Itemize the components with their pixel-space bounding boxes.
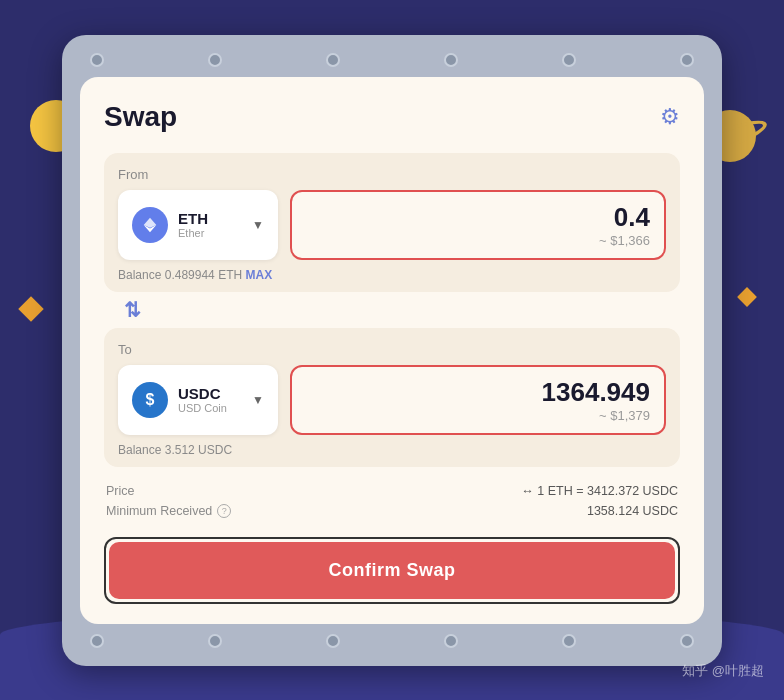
from-token-symbol: ETH bbox=[178, 210, 242, 227]
panel-circle bbox=[208, 53, 222, 67]
swap-direction-arrow: ⇅ bbox=[104, 298, 680, 322]
info-rows: Price ↔ 1 ETH = 3412.372 USDC Minimum Re… bbox=[104, 481, 680, 521]
panel-bottom-circles bbox=[80, 634, 704, 648]
swap-card: Swap ⚙ From ETH Ether bbox=[80, 77, 704, 624]
from-token-row: ETH Ether ▼ 0.4 ~ $1,366 bbox=[118, 190, 666, 260]
price-value: ↔ 1 ETH = 3412.372 USDC bbox=[521, 484, 678, 498]
page-title: Swap bbox=[104, 101, 177, 133]
swap-panel: Swap ⚙ From ETH Ether bbox=[62, 35, 722, 666]
panel-circle bbox=[208, 634, 222, 648]
min-received-label: Minimum Received ? bbox=[106, 504, 231, 518]
from-token-name: Ether bbox=[178, 227, 242, 239]
min-received-value: 1358.124 USDC bbox=[587, 504, 678, 518]
from-section: From ETH Ether ▼ 0.4 bbox=[104, 153, 680, 292]
info-icon[interactable]: ? bbox=[217, 504, 231, 518]
from-chevron-icon: ▼ bbox=[252, 218, 264, 232]
settings-icon[interactable]: ⚙ bbox=[660, 104, 680, 130]
panel-circle bbox=[326, 53, 340, 67]
to-section: To $ USDC USD Coin ▼ 1364.949 ~ $1,379 bbox=[104, 328, 680, 467]
to-amount-value: 1364.949 bbox=[542, 377, 650, 408]
to-token-selector[interactable]: $ USDC USD Coin ▼ bbox=[118, 365, 278, 435]
panel-circle bbox=[326, 634, 340, 648]
to-balance-row: Balance 3.512 USDC bbox=[118, 443, 666, 457]
from-balance-label: Balance bbox=[118, 268, 161, 282]
to-token-info: USDC USD Coin bbox=[178, 385, 242, 414]
from-amount-value: 0.4 bbox=[614, 202, 650, 233]
confirm-button-wrapper: Confirm Swap bbox=[104, 537, 680, 604]
to-label: To bbox=[118, 342, 666, 357]
panel-circle bbox=[680, 53, 694, 67]
to-balance-unit: USDC bbox=[198, 443, 232, 457]
from-balance-unit: ETH bbox=[218, 268, 242, 282]
panel-circle bbox=[444, 53, 458, 67]
panel-top-circles bbox=[80, 53, 704, 67]
to-chevron-icon: ▼ bbox=[252, 393, 264, 407]
price-label: Price bbox=[106, 484, 134, 498]
diamond-right-decoration bbox=[737, 287, 757, 307]
from-amount-usd: ~ $1,366 bbox=[599, 233, 650, 248]
to-balance-value: 3.512 bbox=[165, 443, 195, 457]
from-token-selector[interactable]: ETH Ether ▼ bbox=[118, 190, 278, 260]
diamond-left-decoration bbox=[18, 296, 43, 321]
to-token-name: USD Coin bbox=[178, 402, 242, 414]
from-label: From bbox=[118, 167, 666, 182]
usdc-icon: $ bbox=[132, 382, 168, 418]
panel-circle bbox=[680, 634, 694, 648]
panel-circle bbox=[562, 634, 576, 648]
from-balance-value: 0.489944 bbox=[165, 268, 215, 282]
panel-circle bbox=[444, 634, 458, 648]
to-token-symbol: USDC bbox=[178, 385, 242, 402]
to-amount-box[interactable]: 1364.949 ~ $1,379 bbox=[290, 365, 666, 435]
confirm-swap-button[interactable]: Confirm Swap bbox=[109, 542, 675, 599]
panel-circle bbox=[90, 634, 104, 648]
to-token-row: $ USDC USD Coin ▼ 1364.949 ~ $1,379 bbox=[118, 365, 666, 435]
price-row: Price ↔ 1 ETH = 3412.372 USDC bbox=[106, 481, 678, 501]
watermark: 知乎 @叶胜超 bbox=[682, 662, 764, 680]
panel-circle bbox=[562, 53, 576, 67]
max-button[interactable]: MAX bbox=[245, 268, 272, 282]
to-balance-label: Balance bbox=[118, 443, 161, 457]
panel-circle bbox=[90, 53, 104, 67]
from-token-info: ETH Ether bbox=[178, 210, 242, 239]
from-amount-box[interactable]: 0.4 ~ $1,366 bbox=[290, 190, 666, 260]
min-received-row: Minimum Received ? 1358.124 USDC bbox=[106, 501, 678, 521]
eth-icon bbox=[132, 207, 168, 243]
to-amount-usd: ~ $1,379 bbox=[599, 408, 650, 423]
card-header: Swap ⚙ bbox=[104, 101, 680, 133]
swap-direction-button[interactable]: ⇅ bbox=[124, 298, 141, 322]
from-balance-row: Balance 0.489944 ETH MAX bbox=[118, 268, 666, 282]
